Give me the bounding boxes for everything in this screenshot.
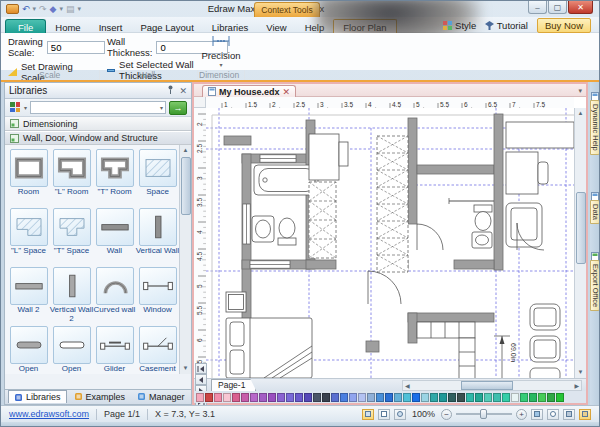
shape-t-room[interactable]: "T" Room <box>93 149 136 205</box>
shape-open-window[interactable]: Open Window <box>7 326 50 374</box>
shape-vertical-wall-2[interactable]: Vertical Wall 2 <box>50 267 93 323</box>
zoom-slider-thumb[interactable] <box>480 409 487 419</box>
bottom-tab-manager[interactable]: Manager <box>132 390 190 403</box>
color-swatch[interactable] <box>214 393 222 402</box>
color-swatch[interactable] <box>277 393 285 402</box>
scroll-down-icon[interactable]: ▼ <box>180 363 191 374</box>
color-swatch[interactable] <box>484 393 492 402</box>
previous-page-button[interactable] <box>195 374 207 385</box>
color-swatch[interactable] <box>475 393 483 402</box>
undo-dropdown-icon[interactable]: ▾ <box>33 5 37 13</box>
full-screen-icon[interactable] <box>579 409 591 420</box>
shape-curved-wall[interactable]: Curved wall <box>93 267 136 323</box>
color-swatch[interactable] <box>412 393 420 402</box>
bottom-tab-examples[interactable]: Examples <box>69 390 131 403</box>
tutorial-button[interactable]: Tutorial <box>485 20 528 31</box>
color-swatch[interactable] <box>376 393 384 402</box>
maximize-button[interactable]: ▢ <box>548 1 567 14</box>
library-menu-dropdown-icon[interactable]: ▾ <box>24 104 27 111</box>
color-swatch[interactable] <box>511 393 519 402</box>
pin-icon[interactable] <box>167 85 174 96</box>
shape-open-window-2[interactable]: Open Window 2 <box>50 326 93 374</box>
color-swatch[interactable] <box>466 393 474 402</box>
color-swatch[interactable] <box>430 393 438 402</box>
color-swatch[interactable] <box>556 393 564 402</box>
shape-wall-2[interactable]: Wall 2 <box>7 267 50 323</box>
shape-t-space[interactable]: "T" Space <box>50 208 93 264</box>
style-button[interactable]: Style <box>443 20 476 31</box>
color-swatch[interactable] <box>304 393 312 402</box>
color-swatch[interactable] <box>448 393 456 402</box>
print-preview-icon[interactable]: ▤ <box>66 4 75 14</box>
pan-icon[interactable] <box>563 409 575 420</box>
precision-button[interactable]: Precision ▾ <box>199 35 243 68</box>
app-icon[interactable] <box>6 4 19 14</box>
zoom-out-button[interactable]: − <box>441 409 452 420</box>
color-swatch[interactable] <box>250 393 258 402</box>
shape-window[interactable]: Window <box>136 267 179 323</box>
shape-casement-window[interactable]: Casement Window <box>136 326 179 374</box>
library-add-button[interactable]: → <box>169 101 187 115</box>
color-swatch[interactable] <box>259 393 267 402</box>
section-dimensioning[interactable]: Dimensioning <box>5 117 191 131</box>
first-page-button[interactable] <box>195 363 207 374</box>
minimize-button[interactable]: – <box>528 1 547 14</box>
document-tab[interactable]: My House.edx ✕ <box>202 85 296 97</box>
color-swatch[interactable] <box>340 393 348 402</box>
color-swatch[interactable] <box>295 393 303 402</box>
color-swatch[interactable] <box>232 393 240 402</box>
color-swatch[interactable] <box>547 393 555 402</box>
color-swatch[interactable] <box>223 393 231 402</box>
undo-icon[interactable]: ↶ <box>22 4 30 14</box>
color-swatch[interactable] <box>502 393 510 402</box>
page-tab[interactable]: Page-1 <box>211 379 256 391</box>
fit-page-icon[interactable] <box>531 409 543 420</box>
print-view-icon[interactable] <box>394 409 406 420</box>
horizontal-scrollbar[interactable]: ◀ ▶ <box>402 380 582 391</box>
scroll-down-icon[interactable]: ▼ <box>575 367 586 378</box>
drawing-scale-input[interactable] <box>47 41 105 54</box>
color-swatch[interactable] <box>529 393 537 402</box>
color-swatch[interactable] <box>313 393 321 402</box>
close-button[interactable]: ✕ <box>568 1 593 14</box>
color-swatch[interactable] <box>196 393 204 402</box>
navigate-icon[interactable]: ◆ <box>50 4 57 14</box>
zoom-in-button[interactable]: + <box>516 409 527 420</box>
side-tab-data[interactable]: Data <box>590 200 600 224</box>
color-swatch[interactable] <box>385 393 393 402</box>
shape-room[interactable]: Room <box>7 149 50 205</box>
color-swatch[interactable] <box>421 393 429 402</box>
color-swatch[interactable] <box>241 393 249 402</box>
color-swatch[interactable] <box>286 393 294 402</box>
color-swatch[interactable] <box>538 393 546 402</box>
tab-list-dropdown-icon[interactable]: ▾ <box>578 87 582 95</box>
website-link[interactable]: www.edrawsoft.com <box>9 409 89 419</box>
drawing-page[interactable]: 69.0in <box>206 108 574 378</box>
normal-view-icon[interactable] <box>362 409 374 420</box>
shape-vertical-wall[interactable]: Vertical Wall <box>136 208 179 264</box>
shape-space[interactable]: Space <box>136 149 179 205</box>
color-swatch[interactable] <box>493 393 501 402</box>
scroll-right-icon[interactable]: ▶ <box>574 382 579 391</box>
color-swatch[interactable] <box>268 393 276 402</box>
bottom-tab-libraries[interactable]: Libraries <box>8 390 67 403</box>
page-view-icon[interactable] <box>378 409 390 420</box>
qat-customize-icon[interactable]: ▾ <box>78 5 82 13</box>
color-swatch[interactable] <box>349 393 357 402</box>
scroll-left-icon[interactable]: ◀ <box>405 382 410 391</box>
navigate-dropdown-icon[interactable]: ▾ <box>60 5 64 13</box>
color-swatch[interactable] <box>358 393 366 402</box>
tab-close-icon[interactable]: ✕ <box>283 87 291 97</box>
color-swatch[interactable] <box>394 393 402 402</box>
scrollbar-thumb[interactable] <box>576 192 586 264</box>
color-swatch[interactable] <box>457 393 465 402</box>
side-tab-dynamic-help[interactable]: Dynamic Help <box>590 100 600 155</box>
color-swatch[interactable] <box>331 393 339 402</box>
zoom-slider[interactable] <box>456 413 512 415</box>
side-tab-export-office[interactable]: Export Office <box>590 260 600 311</box>
color-swatch[interactable] <box>205 393 213 402</box>
library-menu-button[interactable] <box>9 99 21 117</box>
shape-glider-window[interactable]: Glider Window <box>93 326 136 374</box>
shape-list-scrollbar[interactable]: ▲ ▼ <box>179 145 191 374</box>
scrollbar-thumb[interactable] <box>461 381 513 390</box>
